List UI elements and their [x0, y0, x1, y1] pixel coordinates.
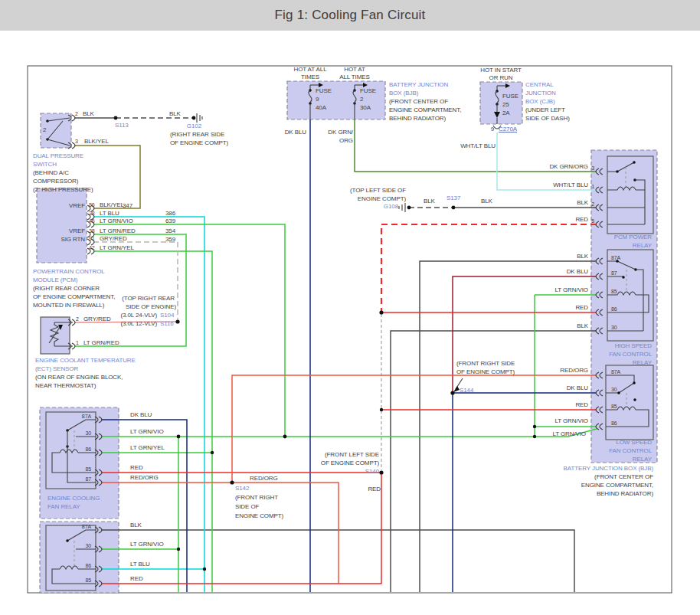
connector-link-c270a[interactable]: C270A — [499, 126, 517, 132]
wiring-diagram — [0, 0, 700, 615]
pcm-power-relay-box — [607, 156, 653, 234]
pcm-box — [37, 188, 87, 263]
diagram-border — [28, 66, 672, 593]
central-junction-box — [480, 82, 522, 124]
engine-cooling-fan-relay2-box — [46, 525, 96, 590]
low-speed-fan-relay-box — [606, 365, 653, 440]
cooling-fan-circuit-page: Fig 1: Cooling Fan Circuit — [0, 0, 700, 615]
battery-junction-box-top — [287, 81, 385, 119]
